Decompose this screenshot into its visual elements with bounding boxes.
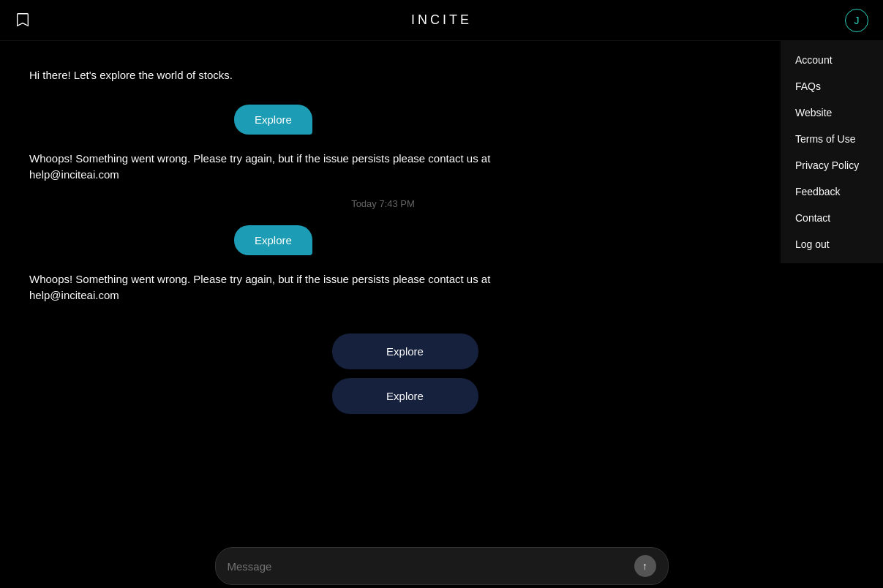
message-bar: ↑ bbox=[0, 544, 883, 588]
explore-buttons-section: Explore Explore bbox=[29, 333, 737, 414]
message-input[interactable] bbox=[228, 560, 634, 573]
menu-item-terms[interactable]: Terms of Use bbox=[781, 126, 883, 152]
greeting-message: Hi there! Let's explore the world of sto… bbox=[29, 67, 541, 84]
header: INCITE J bbox=[0, 0, 883, 41]
error-message-2: Whoops! Something went wrong. Please try… bbox=[29, 271, 541, 304]
bookmark-icon[interactable] bbox=[15, 12, 32, 29]
menu-item-account[interactable]: Account bbox=[781, 47, 883, 73]
menu-item-faqs[interactable]: FAQs bbox=[781, 73, 883, 99]
chat-content: Hi there! Let's explore the world of sto… bbox=[0, 41, 883, 544]
message-input-wrapper: ↑ bbox=[215, 547, 669, 585]
explore-bubble-2-wrapper: Explore bbox=[29, 225, 737, 255]
send-button[interactable]: ↑ bbox=[634, 555, 656, 577]
dropdown-menu: Account FAQs Website Terms of Use Privac… bbox=[781, 41, 883, 263]
menu-item-website[interactable]: Website bbox=[781, 99, 883, 126]
menu-item-logout[interactable]: Log out bbox=[781, 231, 883, 257]
error-message-1: Whoops! Something went wrong. Please try… bbox=[29, 151, 541, 184]
app-logo: INCITE bbox=[411, 12, 472, 28]
explore-button-1[interactable]: Explore bbox=[332, 333, 478, 369]
menu-item-contact[interactable]: Contact bbox=[781, 205, 883, 231]
explore-button-2[interactable]: Explore bbox=[332, 378, 478, 414]
explore-bubble-2[interactable]: Explore bbox=[234, 225, 312, 255]
menu-item-feedback[interactable]: Feedback bbox=[781, 178, 883, 205]
explore-bubble-1[interactable]: Explore bbox=[234, 105, 312, 135]
user-avatar[interactable]: J bbox=[845, 9, 868, 32]
timestamp: Today 7:43 PM bbox=[29, 198, 737, 209]
menu-item-privacy[interactable]: Privacy Policy bbox=[781, 152, 883, 178]
explore-bubble-1-wrapper: Explore bbox=[29, 105, 737, 135]
